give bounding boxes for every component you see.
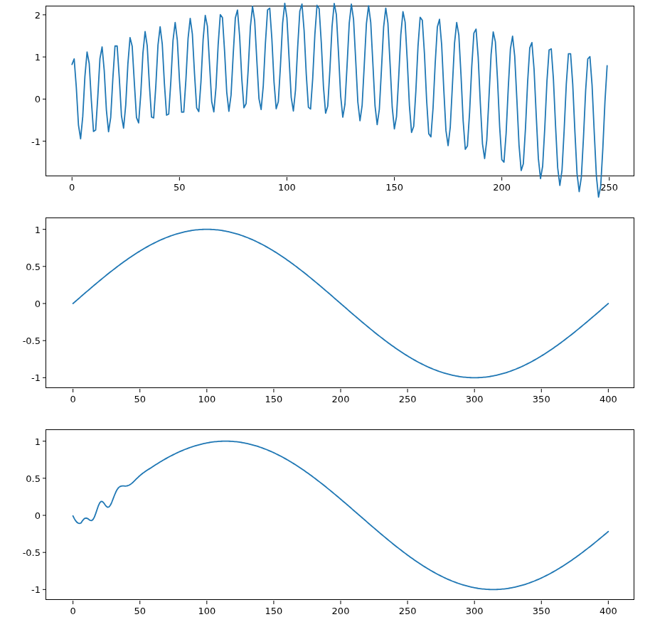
xtick-label: 400 xyxy=(600,606,617,616)
xtick-label: 150 xyxy=(265,606,282,616)
ytick-label: 2 xyxy=(35,9,41,20)
xtick-label: 200 xyxy=(332,394,350,404)
xtick-label: 100 xyxy=(198,394,215,404)
series-signal xyxy=(72,4,607,198)
ytick-label: -0.5 xyxy=(23,336,41,346)
xtick-label: 100 xyxy=(198,606,215,616)
xtick-label: 250 xyxy=(399,606,417,616)
ytick-label: 1 xyxy=(35,224,41,235)
xtick-label: 50 xyxy=(134,606,146,616)
ytick-label: -0.5 xyxy=(23,547,41,558)
xtick-label: 200 xyxy=(332,606,350,616)
ytick-label: 1 xyxy=(35,52,41,63)
ytick-label: 0 xyxy=(35,299,41,309)
xtick-label: 250 xyxy=(399,394,417,404)
ytick-label: -1 xyxy=(31,372,41,383)
xtick-label: 0 xyxy=(69,182,75,193)
xtick-label: 300 xyxy=(466,394,484,404)
axes-2: 050100150200250300350400-1-0.500.51 xyxy=(46,429,634,600)
plot-canvas xyxy=(46,218,634,387)
ytick-label: -1 xyxy=(31,584,41,595)
ytick-label: 0.5 xyxy=(26,261,41,272)
ytick-label: 0 xyxy=(35,510,41,521)
ytick-label: -1 xyxy=(31,136,41,146)
axes-1: 050100150200250300350400-1-0.500.51 xyxy=(46,218,634,388)
xtick-label: 350 xyxy=(533,606,550,616)
plot-canvas xyxy=(46,430,634,599)
plot-canvas xyxy=(46,6,634,176)
xtick-label: 200 xyxy=(493,182,511,193)
xtick-label: 0 xyxy=(70,394,75,404)
xtick-label: 100 xyxy=(278,182,296,193)
xtick-label: 250 xyxy=(600,182,618,193)
xtick-label: 0 xyxy=(70,606,75,616)
ytick-label: 0.5 xyxy=(26,473,41,483)
axes-0: 050100150200250-1012 xyxy=(46,6,634,176)
figure: 050100150200250-101205010015020025030035… xyxy=(0,0,650,644)
series-envelope-offset xyxy=(73,441,609,590)
xtick-label: 400 xyxy=(600,394,617,404)
xtick-label: 50 xyxy=(174,182,186,193)
xtick-label: 150 xyxy=(385,182,403,193)
xtick-label: 150 xyxy=(265,394,282,404)
ytick-label: 1 xyxy=(35,436,41,446)
xtick-label: 50 xyxy=(134,394,146,404)
xtick-label: 350 xyxy=(533,394,550,404)
series-slow-sine xyxy=(73,230,609,378)
xtick-label: 300 xyxy=(466,606,484,616)
ytick-label: 0 xyxy=(35,94,41,104)
